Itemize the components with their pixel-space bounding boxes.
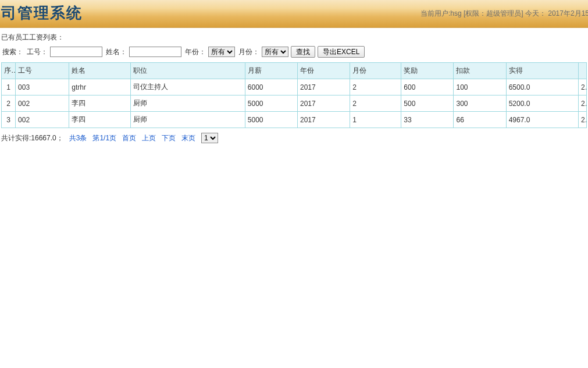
cell-month: 1 [350, 112, 401, 128]
cell-bonus: 33 [401, 112, 454, 128]
cell-deduct: 66 [454, 112, 506, 128]
pager-summary: 共计实得:16667.0； [1, 133, 63, 143]
name-label: 姓名： [106, 47, 127, 57]
col-year: 年份 [297, 63, 350, 79]
cell-deduct: 100 [454, 79, 506, 95]
cell-empno: 002 [16, 112, 69, 128]
pager: 共计实得:16667.0； 共3条 第1/1页 首页 上页 下页 末页 1 [1, 133, 587, 143]
col-role: 职位 [131, 63, 245, 79]
cell-empno: 002 [16, 95, 69, 112]
cell-seq: 1 [2, 79, 16, 95]
table-row: 1003gtrhr司仪主持人6000201726001006500.020 [2, 79, 587, 95]
pager-total[interactable]: 共3条 [69, 133, 87, 143]
empno-input[interactable] [50, 47, 102, 57]
cell-role: 厨师 [131, 112, 245, 128]
cell-role: 司仪主持人 [131, 79, 245, 95]
cell-year: 2017 [297, 79, 350, 95]
col-deduct: 扣款 [454, 63, 506, 79]
cell-net: 5200.0 [506, 95, 578, 112]
col-name: 姓名 [69, 63, 131, 79]
month-label: 月份： [238, 47, 259, 57]
cell-net: 4967.0 [506, 112, 578, 128]
cell-name: 李四 [69, 112, 131, 128]
col-empno: 工号 [16, 63, 69, 79]
pager-page-select[interactable]: 1 [201, 133, 218, 143]
table-row: 2002李四厨师5000201725003005200.020 [2, 95, 587, 112]
col-seq: 序号 [2, 63, 16, 79]
search-bar: 搜索： 工号： 姓名： 年份： 所有 月份： 所有 查找 导出EXCEL [1, 46, 587, 58]
current-user-info: 当前用户:hsg [权限：超级管理员] 今天： 2017年2月15 [420, 9, 588, 19]
year-label: 年份： [185, 47, 206, 57]
cell-month: 2 [350, 95, 401, 112]
cell-salary: 5000 [245, 95, 297, 112]
pager-page-of[interactable]: 第1/1页 [92, 133, 116, 143]
col-month: 月份 [350, 63, 401, 79]
cell-name: gtrhr [69, 79, 131, 95]
export-excel-button[interactable]: 导出EXCEL [318, 46, 365, 58]
month-select[interactable]: 所有 [262, 47, 288, 57]
col-tail [578, 63, 586, 79]
cell-role: 厨师 [131, 95, 245, 112]
search-label: 搜索： [2, 47, 23, 57]
cell-seq: 3 [2, 112, 16, 128]
pager-prev[interactable]: 上页 [142, 133, 156, 143]
cell-tail: 20 [578, 112, 586, 128]
col-bonus: 奖励 [401, 63, 454, 79]
cell-bonus: 500 [401, 95, 454, 112]
table-header-row: 序号 工号 姓名 职位 月薪 年份 月份 奖励 扣款 实得 [2, 63, 587, 79]
cell-year: 2017 [297, 95, 350, 112]
cell-seq: 2 [2, 95, 16, 112]
pager-last[interactable]: 末页 [181, 133, 195, 143]
find-button[interactable]: 查找 [291, 46, 315, 58]
cell-empno: 003 [16, 79, 69, 95]
name-input[interactable] [129, 47, 181, 57]
app-title: 司管理系统 [0, 3, 83, 23]
app-header: 司管理系统 当前用户:hsg [权限：超级管理员] 今天： 2017年2月15 [0, 0, 588, 28]
year-select[interactable]: 所有 [208, 47, 235, 57]
cell-salary: 6000 [245, 79, 297, 95]
cell-name: 李四 [69, 95, 131, 112]
cell-deduct: 300 [454, 95, 506, 112]
col-salary: 月薪 [245, 63, 297, 79]
col-net: 实得 [506, 63, 578, 79]
cell-bonus: 600 [401, 79, 454, 95]
cell-net: 6500.0 [506, 79, 578, 95]
pager-first[interactable]: 首页 [122, 133, 136, 143]
pager-next[interactable]: 下页 [162, 133, 176, 143]
salary-table: 序号 工号 姓名 职位 月薪 年份 月份 奖励 扣款 实得 1003gtrhr司… [1, 62, 587, 128]
empno-label: 工号： [27, 47, 48, 57]
cell-tail: 20 [578, 95, 586, 112]
cell-salary: 5000 [245, 112, 297, 128]
section-title: 已有员工工资列表： [1, 33, 587, 43]
table-row: 3002李四厨师50002017133664967.020 [2, 112, 587, 128]
cell-year: 2017 [297, 112, 350, 128]
cell-month: 2 [350, 79, 401, 95]
cell-tail: 20 [578, 79, 586, 95]
